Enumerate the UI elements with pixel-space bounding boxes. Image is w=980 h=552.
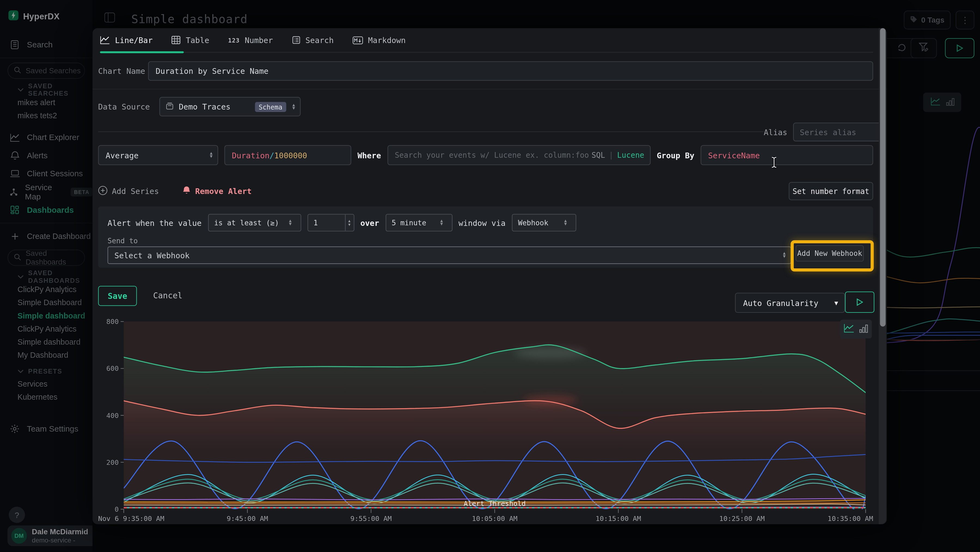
edit-chart-modal: Line/BarTable123NumberSearchMarkdown Cha… <box>92 28 887 524</box>
scrollbar-thumb[interactable] <box>880 28 886 326</box>
y-tick-label: 0 <box>94 506 119 514</box>
chart-type-toggle[interactable] <box>840 320 872 338</box>
y-tick-label: 200 <box>94 459 119 467</box>
modal-scrollbar[interactable] <box>879 28 886 524</box>
alert-threshold-label: Alert Threshold <box>464 500 526 508</box>
active-tab-underline <box>100 51 184 53</box>
y-tick-label: 800 <box>94 318 119 326</box>
x-tick-label: 10:05:00 AM <box>472 515 517 523</box>
x-tick-label: 10:35:00 AM <box>827 515 873 523</box>
line-chart-icon <box>844 323 854 335</box>
x-tick-label: 9:45:00 AM <box>227 515 268 523</box>
bar-chart-icon <box>859 323 868 335</box>
x-tick-label: 10:25:00 AM <box>719 515 765 523</box>
y-tick-label: 600 <box>94 365 119 373</box>
duration-chart <box>92 28 887 524</box>
y-tick-label: 400 <box>94 412 119 420</box>
x-tick-label: Nov 6 9:35:00 AM <box>98 515 164 523</box>
app-root: HyperDX SearchSaved SearchesSAVED SEARCH… <box>0 0 980 552</box>
text-cursor <box>770 156 778 171</box>
x-tick-label: 10:15:00 AM <box>596 515 641 523</box>
x-tick-label: 9:55:00 AM <box>350 515 392 523</box>
